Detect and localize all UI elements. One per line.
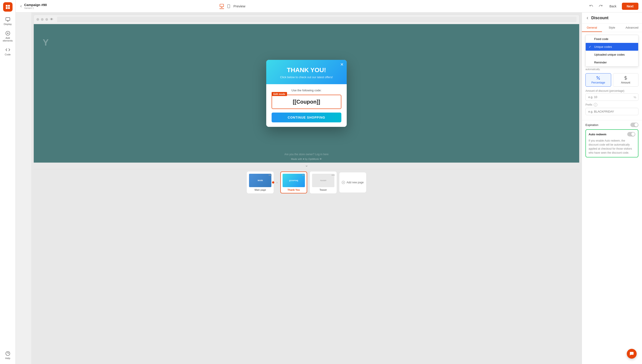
sidebar-item-add-elements[interactable]: Add elements <box>1 28 15 44</box>
percent-icon <box>596 76 600 80</box>
thumbnail-main-dots[interactable]: ••• <box>269 173 272 177</box>
sidebar-item-code[interactable]: Code <box>1 45 15 58</box>
dropdown-fixed-code[interactable]: Fixed code <box>586 35 638 43</box>
thumbnail-thank-you[interactable]: ••• [[COUPON]] Thank You <box>280 172 307 194</box>
display-icon <box>5 17 10 22</box>
panel-title: Discount <box>591 16 608 20</box>
popup-subtitle: Click below to check out our latest offe… <box>272 76 341 79</box>
thumbnail-main-page[interactable]: ••• MAIN Main page <box>247 172 274 194</box>
browser-bar: 👁 <box>34 15 579 24</box>
app-logo[interactable] <box>3 2 13 12</box>
back-campaign-btn[interactable]: Campaign #90 Variant 1 <box>19 3 47 10</box>
prefix-info-icon[interactable]: i <box>594 103 597 106</box>
amount-input-wrapper: % <box>585 93 638 101</box>
chevron-down-icon[interactable]: ⌄ <box>34 163 579 168</box>
sidebar-code-label: Code <box>5 53 11 56</box>
mobile-tab[interactable] <box>227 4 231 8</box>
tab-general[interactable]: General <box>582 24 602 32</box>
percentage-type-btn[interactable]: Percentage <box>585 73 611 87</box>
add-elements-icon <box>5 31 10 36</box>
next-button[interactable]: Next <box>622 3 638 10</box>
popup-close-button[interactable]: ✕ <box>340 62 344 67</box>
thumbnail-teaser-label: Teaser <box>312 188 335 191</box>
svg-rect-4 <box>6 18 10 20</box>
chat-button[interactable] <box>627 349 637 359</box>
popup-use-code-text: Use the following code: <box>272 89 341 92</box>
auto-redeem-box: Auto redeem If you enable Auto redeem, t… <box>585 129 638 158</box>
dropdown-unique-codes[interactable]: ✓ Unique codes <box>586 43 638 51</box>
preview-area: 👁 Y ✕ THANK YOU! Click below to check ou… <box>31 12 582 364</box>
code-icon <box>5 47 10 52</box>
auto-redeem-label: Auto redeem <box>588 133 606 136</box>
auto-generate-text: automatically. <box>585 68 638 70</box>
sidebar-item-help[interactable]: Help <box>1 349 15 362</box>
popup-modal: ✕ THANK YOU! Click below to check out ou… <box>266 60 347 127</box>
dropdown-uploaded-unique-codes[interactable]: Uploaded unique codes <box>586 51 638 58</box>
amount-type-btn[interactable]: Amount <box>613 73 639 87</box>
thumbnail-main-indicator <box>272 181 274 184</box>
auto-redeem-header: Auto redeem <box>586 130 638 139</box>
dropdown-menu: Fixed code ✓ Unique codes Uploaded uniqu… <box>585 35 638 66</box>
panel-scroll: Fixed code ✓ Unique codes Uploaded uniqu… <box>582 32 642 364</box>
panel-back-icon[interactable] <box>585 16 589 20</box>
thumbnail-thank-you-label: Thank You <box>282 188 305 191</box>
expiration-toggle[interactable] <box>630 122 638 127</box>
sidebar-add-elements-label: Add elements <box>3 36 13 42</box>
arrow-between-1: › <box>276 180 277 184</box>
popup-body: Use the following code: Edit mode [[Coup… <box>266 84 347 127</box>
thumbnail-thank-you-dots[interactable]: ••• <box>302 173 305 177</box>
undo-button[interactable] <box>588 2 595 10</box>
dropdown-section: Fixed code ✓ Unique codes Uploaded uniqu… <box>582 32 642 35</box>
popup-title: THANK YOU! <box>272 66 341 74</box>
coupon-box-wrapper: Edit mode [[Coupon]] <box>272 95 341 112</box>
thumbnail-main-label: Main page <box>249 188 271 191</box>
thumbnails-bar: ••• MAIN Main page › ••• [[COUPON]] Than… <box>34 169 579 196</box>
chat-icon <box>629 351 634 356</box>
store-page: Y ✕ THANK YOU! Click below to check out … <box>34 24 579 162</box>
expiration-label: Expiration <box>585 123 598 126</box>
sidebar-display-label: Display <box>4 23 12 26</box>
browser-url-bar <box>57 17 576 22</box>
browser-mock: 👁 Y ✕ THANK YOU! Click below to check ou… <box>34 15 579 163</box>
thumbnail-main-img: MAIN <box>249 174 271 187</box>
amount-input[interactable] <box>585 93 638 101</box>
top-bar-right: Back Next <box>588 2 638 10</box>
back-button-top[interactable]: Back <box>607 3 619 10</box>
thumbnail-thank-you-img: [[COUPON]] <box>282 174 305 187</box>
svg-point-22 <box>599 78 600 80</box>
eye-icon: 👁 <box>50 18 54 22</box>
expiration-toggle-row: Expiration <box>582 120 642 129</box>
redo-button[interactable] <box>597 2 604 10</box>
tab-style[interactable]: Style <box>602 24 622 32</box>
logo-icon <box>5 4 11 10</box>
type-buttons: Percentage Amount <box>585 73 638 87</box>
mobile-icon <box>227 4 231 8</box>
sidebar-help-label: Help <box>5 357 10 360</box>
svg-rect-3 <box>8 7 10 9</box>
desktop-tab[interactable] <box>219 4 224 9</box>
svg-rect-2 <box>6 7 8 9</box>
store-bg-text: Y <box>43 38 49 48</box>
auto-redeem-toggle[interactable] <box>627 132 635 136</box>
continue-shopping-button[interactable]: CONTINUE SHOPPING <box>272 112 341 122</box>
sidebar-item-display[interactable]: Display <box>1 15 15 28</box>
svg-line-20 <box>597 76 599 79</box>
undo-icon <box>589 4 593 8</box>
help-icon <box>5 351 10 356</box>
add-page-icon <box>342 181 345 184</box>
right-panel-header: Discount <box>582 12 642 24</box>
main-content: 👁 Y ✕ THANK YOU! Click below to check ou… <box>31 12 642 364</box>
thumbnail-teaser[interactable]: ••• TEASER Teaser <box>310 172 337 194</box>
dropdown-reminder[interactable]: Reminder <box>586 58 638 66</box>
thumbnail-add-page[interactable]: Add new page <box>339 172 366 192</box>
popup-header: ✕ THANK YOU! Click below to check out ou… <box>266 60 347 84</box>
prefix-label-row: Prefix i <box>585 103 638 106</box>
right-panel: Discount General Style Advanced Fixed co… <box>582 12 642 364</box>
coupon-box[interactable]: [[Coupon]] <box>272 95 341 109</box>
top-bar: Campaign #90 Variant 1 Preview <box>16 0 642 12</box>
chevron-left-icon <box>19 4 23 8</box>
thumbnail-teaser-dots[interactable]: ••• <box>332 173 335 177</box>
amount-icon <box>623 76 628 80</box>
prefix-input[interactable] <box>585 108 638 115</box>
tab-advanced[interactable]: Advanced <box>622 24 642 32</box>
